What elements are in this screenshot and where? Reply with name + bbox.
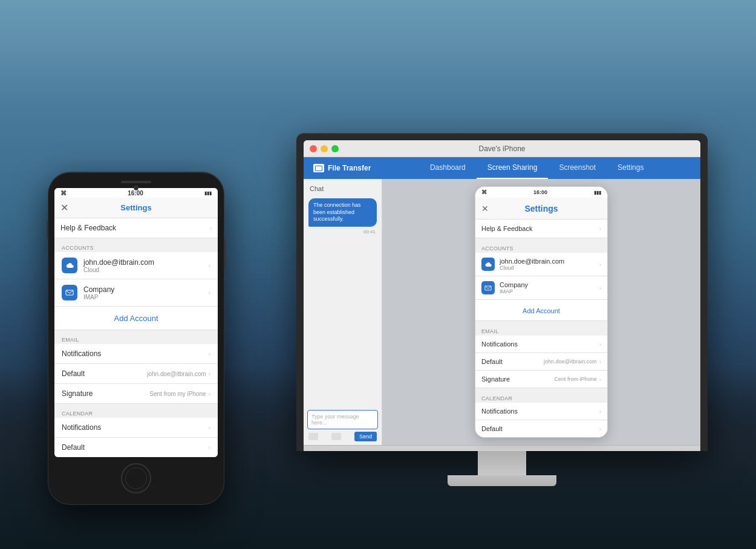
imap-account-content: Company IMAP [83,285,209,300]
cloud-icon [62,258,77,273]
emoji-icon[interactable] [331,433,341,440]
brand-icon-inner [315,166,322,171]
imap-account-name: Company [83,285,209,294]
monitor-help-label: Help & Feedback [481,225,599,232]
tab-screenshot[interactable]: Screenshot [548,157,607,179]
chevron-right-icon: › [599,359,601,365]
chevron-right-icon: › [209,444,210,451]
email-signature-value: Sent from my iPhone [149,391,206,397]
monitor-account-cloud[interactable]: john.doe@itbrain.com Cloud › [475,253,607,276]
monitor-imap-name: Company [500,281,599,288]
email-signature-item[interactable]: Signature Sent from my iPhone › [54,384,218,404]
monitor-cloud-type: Cloud [500,265,599,271]
nav-title: Settings [120,203,151,212]
monitor-spacer2 [475,321,607,326]
monitor-screen-inner: Dave's iPhone File Transfer Dashboa [304,140,700,451]
chevron-right-icon: › [599,376,601,383]
account-item-imap[interactable]: Company IMAP › [54,279,218,307]
monitor-email-notifications[interactable]: Notifications › [475,336,607,353]
chevron-right-icon: › [209,424,210,431]
monitor-email-header: Email [475,326,607,336]
email-default-value: john.doe@itbrain.com [147,371,206,377]
monitor-email-notif-content: Notifications [481,340,599,348]
cloud-account-type: Cloud [83,267,209,273]
email-section-header: Email [54,335,218,344]
monitor-screen-outer: Dave's iPhone File Transfer Dashboa [296,133,708,451]
chat-input[interactable]: Type your message here... [307,410,378,429]
home-button-inner [125,467,147,489]
nav-bar: ✕ Settings [54,198,218,218]
monitor-wifi-icon: ⌘ [481,189,487,195]
calendar-notifications-content: Notifications [62,423,209,432]
traffic-lights [310,145,339,152]
monitor-imap-content: Company IMAP [500,281,599,294]
send-button[interactable]: Send [354,432,377,441]
iphone-screen: ⌘ 16:00 ▮▮▮ ✕ Settings Help & [54,188,218,457]
monitor-email-signature[interactable]: Signature Cent from iPhone › [475,371,607,388]
monitor-help-feedback-item[interactable]: Help & Feedback › [475,219,607,238]
chevron-right-icon: › [599,341,601,348]
monitor-email-default-label: Default [481,358,544,365]
email-default-content: Default [62,369,147,378]
account-item-cloud[interactable]: john.doe@itbrain.com Cloud › [54,252,218,279]
email-default-item[interactable]: Default john.doe@itbrain.com › [54,364,218,384]
help-feedback-item[interactable]: Help & Feedback › [54,218,218,238]
monitor-add-account-button[interactable]: Add Account [475,300,607,321]
status-right: ▮▮▮ [204,190,212,196]
chat-label: Chat [304,185,382,196]
chevron-right-icon: › [209,391,210,397]
monitor-stand [296,451,708,486]
minimize-button-traffic[interactable] [321,145,328,152]
tab-settings[interactable]: Settings [607,157,654,179]
chevron-right-icon: › [209,351,210,357]
chevron-right-icon: › [210,225,212,232]
monitor: Dave's iPhone File Transfer Dashboa [296,133,708,486]
monitor-cal-notif-label: Notifications [481,408,599,415]
spacer [54,238,218,243]
monitor-bottom-chrome [304,445,700,451]
chevron-right-icon: › [599,261,601,268]
tab-dashboard[interactable]: Dashboard [419,157,477,179]
monitor-nav-bar: ✕ Settings [475,198,607,219]
tab-screen-sharing[interactable]: Screen Sharing [477,157,549,179]
monitor-accounts-header: Accounts [475,243,607,253]
attachment-icon[interactable] [308,433,318,440]
cloud-account-name: john.doe@itbrain.com [83,258,209,267]
monitor-email-default[interactable]: Default john.doe@itbrain.com › [475,353,607,371]
calendar-notifications-item[interactable]: Notifications › [54,418,218,438]
monitor-calendar-default[interactable]: Default › [475,420,607,437]
monitor-account-imap[interactable]: Company IMAP › [475,276,607,300]
add-account-button[interactable]: Add Account [54,307,218,330]
help-feedback-label: Help & Feedback [60,224,210,232]
chevron-right-icon: › [209,371,210,377]
spacer3 [54,404,218,409]
iphone-in-monitor: ⌘ 16:00 ▮▮▮ ✕ Sett [475,186,608,438]
monitor-imap-type: IMAP [500,288,599,294]
speaker [121,181,151,183]
app-nav-tabs: Dashboard Screen Sharing Screenshot Sett… [383,157,691,179]
chat-actions: Send [307,432,378,441]
chat-input-area: Type your message here... Send [304,406,382,445]
imap-account-type: IMAP [83,294,209,300]
home-button[interactable] [121,463,151,493]
email-notifications-item[interactable]: Notifications › [54,344,218,364]
fullscreen-button-traffic[interactable] [331,145,339,152]
add-account-label: Add Account [114,314,158,323]
chevron-right-icon: › [599,426,601,432]
calendar-default-item[interactable]: Default › [54,438,218,457]
window-title: Dave's iPhone [478,145,525,153]
chevron-right-icon: › [599,226,601,232]
calendar-section-header: Calendar [54,409,218,418]
monitor-email-sig-label: Signature [481,375,555,383]
monitor-calendar-notifications[interactable]: Notifications › [475,403,607,420]
close-button[interactable]: ✕ [60,202,68,213]
app-titlebar: Dave's iPhone [304,140,700,157]
chat-sidebar: Chat The connection has been established… [304,179,382,445]
monitor-email-default-value: john.doe@itbrain.com [544,359,597,365]
chat-time: 00:41 [304,229,382,235]
app-brand: File Transfer [313,164,371,172]
calendar-notifications-label: Notifications [62,423,209,432]
close-button-traffic[interactable] [310,145,317,152]
help-feedback-content: Help & Feedback [60,224,210,232]
monitor-close-button[interactable]: ✕ [481,204,489,213]
